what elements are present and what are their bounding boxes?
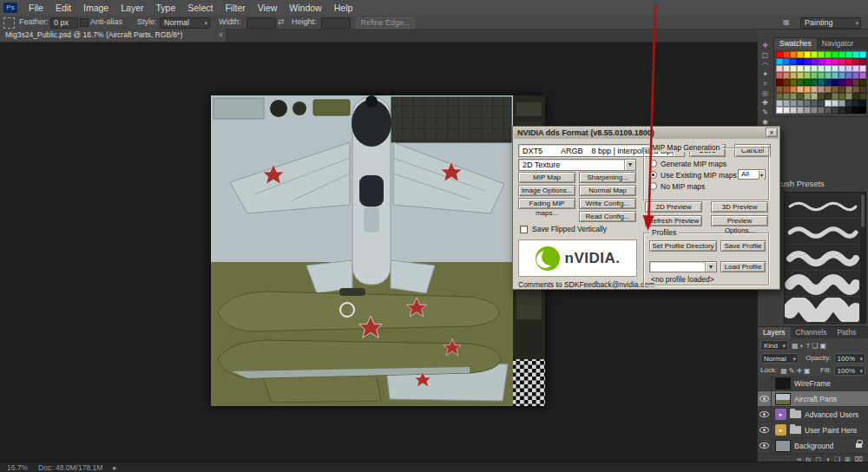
tab-swatches[interactable]: Swatches [774, 38, 817, 49]
dialog-button-sharpening[interactable]: Sharpening... [579, 172, 636, 183]
document-canvas[interactable] [211, 95, 545, 406]
swatch-90[interactable] [859, 93, 866, 100]
anti-alias-checkbox[interactable] [80, 18, 89, 27]
swatch-106[interactable] [790, 107, 797, 114]
brush-preset-1[interactable] [785, 219, 865, 245]
fill-combo[interactable]: 100% [834, 365, 865, 376]
kind-filter-icon-0[interactable]: ▦ [791, 342, 799, 350]
swatch-32[interactable] [818, 65, 825, 72]
swatch-10[interactable] [845, 51, 852, 58]
menu-image[interactable]: Image [77, 0, 115, 16]
swatch-28[interactable] [790, 65, 797, 72]
swatch-91[interactable] [776, 100, 783, 107]
dialog-button-image-options[interactable]: Image Options... [518, 185, 575, 196]
swatch-47[interactable] [832, 72, 838, 79]
swatch-9[interactable] [838, 51, 845, 58]
swatch-3[interactable] [797, 51, 804, 58]
swatch-111[interactable] [825, 107, 832, 114]
dialog-button-refresh-preview[interactable]: Refresh Preview [645, 215, 702, 226]
swatch-53[interactable] [783, 79, 790, 86]
brush-preset-3[interactable] [785, 271, 865, 297]
swatch-30[interactable] [804, 65, 811, 72]
swatch-8[interactable] [832, 51, 838, 58]
swatch-104[interactable] [776, 107, 783, 114]
swatch-15[interactable] [790, 58, 797, 65]
group-color-chip[interactable]: ▸ [775, 424, 786, 436]
swatch-101[interactable] [845, 100, 852, 107]
swatch-60[interactable] [832, 79, 838, 86]
swatch-84[interactable] [818, 93, 825, 100]
swatch-57[interactable] [811, 79, 818, 86]
swatch-73[interactable] [832, 86, 838, 93]
healing-brush-tool[interactable]: ✚ [759, 98, 772, 108]
kind-filter-icon-4[interactable]: ▣ [819, 342, 827, 350]
status-caret-icon[interactable]: ▸ [113, 463, 116, 472]
marquee-tool[interactable]: ▢ [759, 50, 772, 60]
swatch-110[interactable] [818, 107, 825, 114]
swatch-107[interactable] [797, 107, 804, 114]
swatch-34[interactable] [832, 65, 838, 72]
dialog-button-3d-preview[interactable]: 3D Preview [711, 201, 768, 213]
swatch-16[interactable] [797, 58, 804, 65]
menu-select[interactable]: Select [181, 0, 219, 16]
swatch-92[interactable] [783, 100, 790, 107]
swatch-21[interactable] [832, 58, 838, 65]
swatch-108[interactable] [804, 107, 811, 114]
swatch-81[interactable] [797, 93, 804, 100]
swatch-22[interactable] [838, 58, 845, 65]
tab-layers[interactable]: Layers [758, 327, 791, 338]
flip-vertically-checkbox[interactable] [520, 226, 528, 233]
radio-no-mip-maps[interactable] [649, 182, 657, 190]
menu-edit[interactable]: Edit [49, 0, 77, 16]
swatch-83[interactable] [811, 93, 818, 100]
workspace-combo[interactable]: Painting [800, 17, 861, 29]
lock-icon-0[interactable]: ▦ [779, 367, 788, 375]
menu-view[interactable]: View [252, 0, 284, 16]
swatch-24[interactable] [852, 58, 859, 65]
swatch-54[interactable] [790, 79, 797, 86]
swatch-20[interactable] [825, 58, 832, 65]
swatch-85[interactable] [825, 93, 832, 100]
swatch-29[interactable] [797, 65, 804, 72]
dialog-button-2d-preview[interactable]: 2D Preview [645, 201, 702, 213]
quick-selection-tool[interactable]: ✦ [759, 69, 772, 79]
dialog-button-fading-mip-maps[interactable]: Fading MIP maps... [518, 198, 575, 209]
swatch-19[interactable] [818, 58, 825, 65]
menu-layer[interactable]: Layer [115, 0, 149, 16]
swatch-33[interactable] [825, 65, 832, 72]
swatch-78[interactable] [776, 93, 783, 100]
swatch-46[interactable] [825, 72, 832, 79]
swatch-97[interactable] [818, 100, 825, 107]
swatch-72[interactable] [825, 86, 832, 93]
visibility-toggle[interactable] [758, 407, 772, 422]
dialog-button-normal-map-settings[interactable]: Normal Map Settings... [579, 185, 636, 196]
dialog-title-bar[interactable]: NVIDIA dds Format (v8.55.0109.1800) [514, 128, 779, 139]
swatch-39[interactable] [776, 72, 783, 79]
swatch-6[interactable] [818, 51, 825, 58]
brush-preset-0[interactable] [785, 193, 865, 219]
swatch-41[interactable] [790, 72, 797, 79]
layer-advanced-users[interactable]: ▸Advanced Users [758, 407, 868, 423]
swatch-100[interactable] [838, 100, 845, 107]
swatch-61[interactable] [838, 79, 845, 86]
swatch-114[interactable] [845, 107, 852, 114]
swatch-52[interactable] [776, 79, 783, 86]
swatch-102[interactable] [852, 100, 859, 107]
document-tab-close-icon[interactable]: × [219, 29, 223, 42]
swatch-79[interactable] [783, 93, 790, 100]
tab-channels[interactable]: Channels [791, 327, 832, 338]
layer-aircraft-parts[interactable]: Aircraft Parts [758, 391, 868, 407]
lock-icon-3[interactable]: ▣ [803, 367, 812, 375]
dialog-close-icon[interactable]: × [766, 128, 778, 137]
layer-wireframe[interactable]: WireFrame [758, 376, 868, 391]
swatch-51[interactable] [859, 72, 866, 79]
layer-thumbnail[interactable] [775, 377, 791, 390]
swatch-31[interactable] [811, 65, 818, 72]
swatch-48[interactable] [838, 72, 845, 79]
refine-edge-button[interactable]: Refine Edge... [356, 17, 415, 29]
swatch-66[interactable] [783, 86, 790, 93]
swatch-75[interactable] [845, 86, 852, 93]
crop-tool[interactable]: ⌗ [759, 79, 772, 88]
swatch-4[interactable] [804, 51, 811, 58]
swatch-67[interactable] [790, 86, 797, 93]
